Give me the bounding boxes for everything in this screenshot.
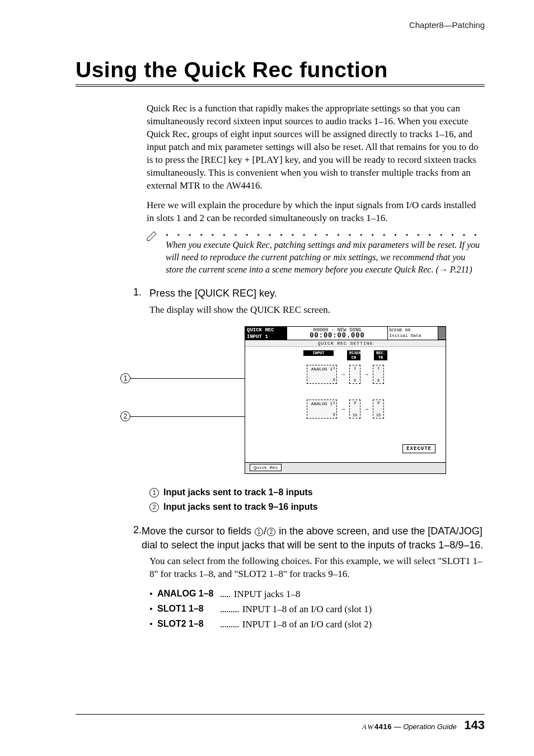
ss-rec-tr-2: 9 16	[373, 400, 384, 419]
ss-col-rec: REC. TR	[374, 350, 387, 360]
arrow-icon: →	[341, 372, 345, 378]
title-rule	[76, 84, 485, 87]
note-dots: • • • • • • • • • • • • • • • • • • • • …	[166, 231, 485, 239]
step-1-number: 1.	[133, 287, 149, 300]
arrow-icon: →	[365, 406, 368, 412]
page-number: 143	[464, 718, 485, 732]
choice-analog: • ANALOG 1–8 ..... INPUT jacks 1–8	[149, 586, 485, 602]
footer-guide: — Operation Guide	[392, 722, 457, 731]
intro-para-1: Quick Rec is a function that rapidly mak…	[147, 102, 485, 192]
note-block: • • • • • • • • • • • • • • • • • • • • …	[147, 231, 485, 275]
callout-1-marker: 1	[120, 373, 130, 383]
ss-col-mixer: MIXER CH	[347, 350, 360, 360]
ss-rec-tr-1: 1 8	[373, 365, 384, 384]
pencil-icon	[146, 229, 159, 245]
legend: 1 Input jacks sent to track 1–8 inputs 2…	[149, 487, 485, 512]
quick-rec-screenshot: 1 2 QUICK REC INPUT 1 00000 - NEW SONG 0…	[149, 326, 485, 474]
ss-group-2: 1 ANALOG I 8 → 9 16 → 9 16	[245, 400, 446, 419]
lcd-screenshot: QUICK REC INPUT 1 00000 - NEW SONG 00:00…	[245, 326, 446, 474]
legend-text-1: Input jacks sent to track 1–8 inputs	[163, 487, 313, 497]
note-text: When you execute Quick Rec, patching set…	[166, 239, 485, 275]
step-1-heading: Press the [QUICK REC] key.	[149, 287, 277, 300]
choice-slot2: • SLOT2 1–8 ......... INPUT 1–8 of an I/…	[149, 617, 485, 632]
legend-text-2: Input jacks sent to track 9–16 inputs	[163, 502, 318, 512]
execute-button[interactable]: EXECUTE	[402, 444, 435, 453]
step-2: 2. Move the cursor to fields 1/2 in the …	[133, 524, 485, 552]
intro-para-2: Here we will explain the procedure by wh…	[147, 199, 485, 225]
ss-input-select-2[interactable]: 1 ANALOG I 8	[307, 400, 337, 419]
page-title: Using the Quick Rec function	[76, 58, 485, 82]
page-footer: AW4416 — Operation Guide 143	[76, 714, 485, 732]
ss-mixer-ch-1: 1 8	[349, 365, 360, 384]
callout-2: 2	[120, 411, 247, 421]
choice-slot1: • SLOT1 1–8 ......... INPUT 1–8 of an I/…	[149, 602, 485, 617]
footer-model: 4416	[374, 722, 392, 731]
callout-2-marker: 2	[120, 411, 130, 421]
ss-section-header: QUICK REC SETTING	[245, 340, 446, 347]
ss-input-select-1[interactable]: 1 ANALOG I 8	[307, 365, 337, 384]
ss-scene: SCENE 00 Initial Data	[387, 327, 438, 340]
step-2-heading: Move the cursor to fields 1/2 in the abo…	[142, 524, 485, 552]
choice-list: • ANALOG 1–8 ..... INPUT jacks 1–8 • SLO…	[149, 586, 485, 632]
step-2-number: 2.	[133, 524, 142, 552]
ss-mixer-ch-2: 9 16	[349, 400, 360, 419]
quick-rec-tab[interactable]: Quick Rec	[250, 464, 282, 471]
arrow-icon: →	[365, 372, 368, 378]
ss-col-input: INPUT	[303, 350, 334, 356]
ss-song-time: 00000 - NEW SONG 00:00:00.000	[287, 327, 387, 340]
legend-marker-2: 2	[149, 503, 159, 512]
arrow-icon: →	[341, 406, 345, 412]
step-2-body: You can select from the following choice…	[149, 555, 485, 581]
step-1-body: The display will show the QUICK REC scre…	[149, 304, 485, 317]
callout-1: 1	[120, 373, 247, 383]
footer-brand: AW	[362, 722, 374, 731]
legend-marker-1: 1	[149, 488, 159, 497]
ss-group-1: 1 ANALOG I 8 → 1 8 → 1 8	[245, 365, 446, 384]
chapter-label: Chapter8—Patching	[76, 20, 485, 30]
step-1: 1. Press the [QUICK REC] key.	[133, 287, 485, 300]
ss-screen-name: QUICK REC INPUT 1	[245, 327, 287, 340]
